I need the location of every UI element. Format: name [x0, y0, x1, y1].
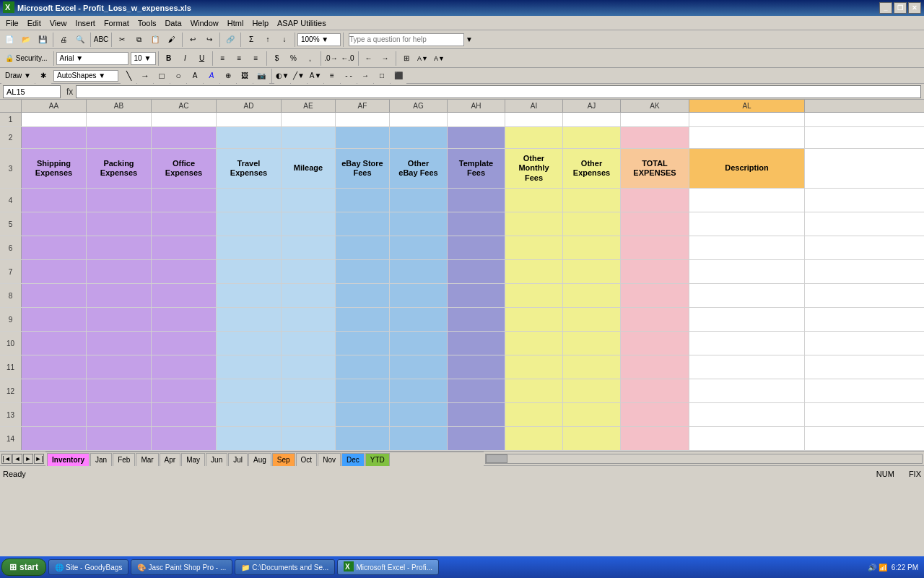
autoselect-btn[interactable]: ✱ — [35, 68, 51, 84]
cell-ag7[interactable] — [390, 260, 448, 283]
cell-ac8[interactable] — [152, 284, 217, 307]
cell-al10[interactable] — [689, 332, 805, 355]
cell-ad8[interactable] — [217, 284, 282, 307]
col-header-aa[interactable]: AA — [22, 100, 87, 112]
print-preview-button[interactable]: 🔍 — [72, 32, 88, 48]
wordart-tool[interactable]: A — [204, 68, 219, 84]
cell-ah4[interactable] — [448, 189, 505, 212]
cell-ak11[interactable] — [621, 355, 689, 379]
cell-aj4[interactable] — [563, 189, 621, 212]
cell-ah5[interactable] — [448, 212, 505, 236]
cell-ai3[interactable]: OtherMonthlyFees — [505, 149, 563, 188]
tab-ytd[interactable]: YTD — [365, 453, 390, 466]
cell-ai5[interactable] — [505, 212, 563, 236]
cell-al14[interactable] — [689, 427, 805, 450]
cell-al7[interactable] — [689, 260, 805, 283]
cell-ag3[interactable]: OthereBay Fees — [390, 149, 448, 188]
cell-ab7[interactable] — [87, 260, 152, 283]
border-button[interactable]: ⊞ — [398, 51, 414, 66]
tab-may[interactable]: May — [181, 453, 205, 466]
cell-ak14[interactable] — [621, 427, 689, 450]
cell-ac12[interactable] — [152, 379, 217, 402]
col-header-af[interactable]: AF — [336, 100, 390, 112]
cell-ai9[interactable] — [505, 308, 563, 331]
decrease-decimal-button[interactable]: ←.0 — [340, 51, 356, 66]
cell-ak6[interactable] — [621, 236, 689, 259]
cell-al11[interactable] — [689, 355, 805, 379]
cell-ag6[interactable] — [390, 236, 448, 259]
col-header-ac[interactable]: AC — [152, 100, 217, 112]
tab-apr[interactable]: Apr — [160, 453, 181, 466]
cell-al4[interactable] — [689, 189, 805, 212]
cell-ab1[interactable] — [87, 113, 152, 126]
cell-ak3[interactable]: TOTALEXPENSES — [621, 149, 689, 188]
cell-ai11[interactable] — [505, 355, 563, 379]
cell-aj9[interactable] — [563, 308, 621, 331]
tab-last-btn[interactable]: ►| — [34, 454, 44, 464]
cell-ae6[interactable] — [282, 236, 336, 259]
tab-first-btn[interactable]: |◄ — [1, 454, 12, 464]
font-color2-btn[interactable]: A▼ — [308, 68, 323, 84]
cell-af11[interactable] — [336, 355, 390, 379]
cell-ae8[interactable] — [282, 284, 336, 307]
col-header-ad[interactable]: AD — [217, 100, 282, 112]
cell-aj14[interactable] — [563, 427, 621, 450]
cell-ah2[interactable] — [448, 127, 505, 148]
col-header-ae[interactable]: AE — [282, 100, 336, 112]
menu-insert[interactable]: Insert — [71, 17, 100, 29]
cell-ab2[interactable] — [87, 127, 152, 148]
font-color-button[interactable]: A▼ — [432, 51, 448, 66]
cell-ad1[interactable] — [217, 113, 282, 126]
cell-ag5[interactable] — [390, 212, 448, 236]
cell-aj5[interactable] — [563, 212, 621, 236]
cell-ai14[interactable] — [505, 427, 563, 450]
cell-aa14[interactable] — [22, 427, 87, 450]
cell-af7[interactable] — [336, 260, 390, 283]
cell-ad10[interactable] — [217, 332, 282, 355]
cell-aa13[interactable] — [22, 403, 87, 426]
indent-dec-button[interactable]: ← — [361, 51, 377, 66]
cell-af1[interactable]: EXPENSES — [336, 113, 390, 126]
cell-af10[interactable] — [336, 332, 390, 355]
cell-ad13[interactable] — [217, 403, 282, 426]
cell-ad6[interactable] — [217, 236, 282, 259]
cell-ak5[interactable] — [621, 212, 689, 236]
security-button[interactable]: 🔒 Security... — [1, 51, 51, 66]
cell-aj10[interactable] — [563, 332, 621, 355]
shadow-btn[interactable]: □ — [374, 68, 390, 84]
align-left-button[interactable]: ≡ — [215, 51, 231, 66]
cell-ab10[interactable] — [87, 332, 152, 355]
col-header-aj[interactable]: AJ — [563, 100, 621, 112]
print-button[interactable]: 🖨 — [56, 32, 71, 48]
col-header-ak[interactable]: AK — [621, 100, 689, 112]
cell-ah14[interactable] — [448, 427, 505, 450]
italic-button[interactable]: I — [178, 51, 193, 66]
cell-aj8[interactable] — [563, 284, 621, 307]
arrow-style-btn[interactable]: → — [357, 68, 373, 84]
cell-aj3[interactable]: OtherExpenses — [563, 149, 621, 188]
cell-af3[interactable]: eBay StoreFees — [336, 149, 390, 188]
cell-ac9[interactable] — [152, 308, 217, 331]
tab-oct[interactable]: Oct — [296, 453, 318, 466]
autoshapes-selector[interactable]: AutoShapes ▼ — [53, 70, 118, 82]
cell-ac3[interactable]: OfficeExpenses — [152, 149, 217, 188]
cell-ab6[interactable] — [87, 236, 152, 259]
cell-aj6[interactable] — [563, 236, 621, 259]
diagram-tool[interactable]: ⊕ — [220, 68, 236, 84]
align-center-button[interactable]: ≡ — [232, 51, 248, 66]
cell-ah10[interactable] — [448, 332, 505, 355]
cell-ak12[interactable] — [621, 379, 689, 402]
cell-ag1[interactable] — [390, 113, 448, 126]
indent-inc-button[interactable]: → — [378, 51, 393, 66]
cell-ah7[interactable] — [448, 260, 505, 283]
cell-ae13[interactable] — [282, 403, 336, 426]
tab-prev-btn[interactable]: ◄ — [12, 454, 22, 464]
cell-ac4[interactable] — [152, 189, 217, 212]
cell-af13[interactable] — [336, 403, 390, 426]
tab-nav-buttons[interactable]: |◄ ◄ ► ►| — [0, 454, 45, 464]
line-color-btn[interactable]: ╱▼ — [291, 68, 307, 84]
cell-ad11[interactable] — [217, 355, 282, 379]
cell-al12[interactable] — [689, 379, 805, 402]
minimize-button[interactable]: _ — [879, 2, 892, 14]
currency-button[interactable]: $ — [269, 51, 285, 66]
